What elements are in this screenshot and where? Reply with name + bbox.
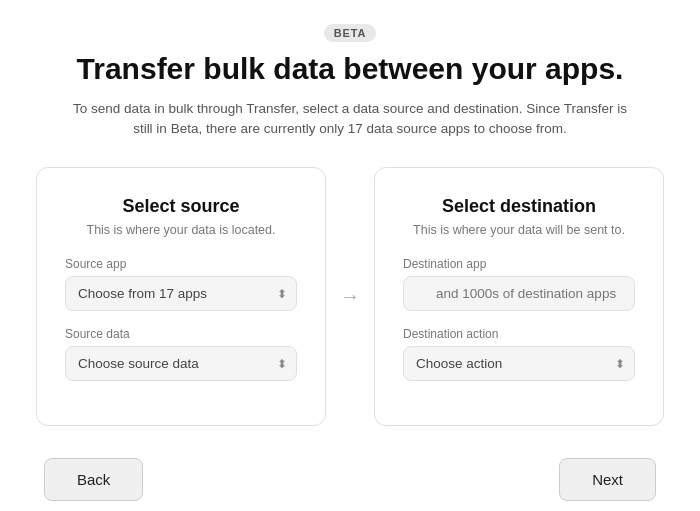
dest-action-select[interactable]: Choose action	[403, 346, 635, 381]
source-card-title: Select source	[65, 196, 297, 217]
destination-card-subtitle: This is where your data will be sent to.	[403, 223, 635, 237]
page-subtitle: To send data in bulk through Transfer, s…	[70, 99, 630, 140]
beta-badge: BETA	[324, 24, 377, 42]
page-title: Transfer bulk data between your apps.	[77, 52, 624, 87]
source-data-select-wrapper: Choose source data ⬍	[65, 346, 297, 381]
dest-action-select-wrapper: Choose action ⬍	[403, 346, 635, 381]
destination-card-title: Select destination	[403, 196, 635, 217]
arrow-separator-icon: →	[326, 285, 374, 308]
dest-action-label: Destination action	[403, 327, 635, 341]
dest-app-field: Destination app 🔍	[403, 257, 635, 311]
bottom-bar: Back Next	[40, 458, 660, 501]
source-app-label: Source app	[65, 257, 297, 271]
source-app-field: Source app Choose from 17 apps ⬍	[65, 257, 297, 311]
source-card-subtitle: This is where your data is located.	[65, 223, 297, 237]
dest-action-field: Destination action Choose action ⬍	[403, 327, 635, 381]
next-button[interactable]: Next	[559, 458, 656, 501]
dest-app-search-wrapper: 🔍	[403, 276, 635, 311]
cards-container: Select source This is where your data is…	[40, 167, 660, 426]
back-button[interactable]: Back	[44, 458, 143, 501]
dest-app-label: Destination app	[403, 257, 635, 271]
source-app-select[interactable]: Choose from 17 apps	[65, 276, 297, 311]
source-data-select[interactable]: Choose source data	[65, 346, 297, 381]
source-card: Select source This is where your data is…	[36, 167, 326, 426]
source-app-select-wrapper: Choose from 17 apps ⬍	[65, 276, 297, 311]
dest-app-search-input[interactable]	[403, 276, 635, 311]
destination-card: Select destination This is where your da…	[374, 167, 664, 426]
source-data-label: Source data	[65, 327, 297, 341]
source-data-field: Source data Choose source data ⬍	[65, 327, 297, 381]
